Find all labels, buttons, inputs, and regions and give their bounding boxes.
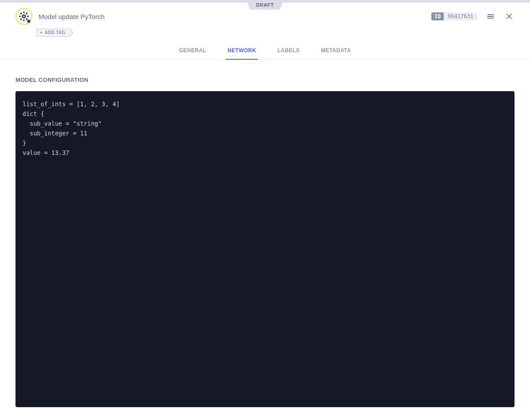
svg-rect-5 — [27, 16, 29, 17]
svg-rect-3 — [23, 19, 25, 21]
id-value: 9b417631 — [444, 12, 477, 20]
menu-icon[interactable] — [485, 11, 496, 22]
tab-general[interactable]: GENERAL — [177, 43, 208, 60]
section-title: MODEL CONFIGURATION — [15, 77, 515, 83]
svg-rect-9 — [26, 18, 28, 20]
svg-rect-4 — [19, 16, 21, 17]
id-label: ID — [431, 12, 444, 20]
svg-point-11 — [27, 20, 31, 23]
svg-rect-2 — [23, 12, 25, 13]
plus-icon: + — [39, 31, 43, 35]
code-editor[interactable]: list_of_ints = [1, 2, 3, 4] dict { sub_v… — [15, 91, 515, 407]
close-icon[interactable] — [504, 11, 515, 22]
status-badge-text: DRAFT — [256, 2, 274, 8]
tab-network[interactable]: NETWORK — [226, 43, 258, 60]
svg-rect-6 — [26, 12, 28, 15]
tag-row: + ADD TAG — [0, 25, 530, 37]
tabs: GENERAL NETWORK LABELS METADATA — [0, 43, 530, 60]
svg-rect-7 — [20, 18, 22, 20]
add-tag-button[interactable]: + ADD TAG — [36, 29, 70, 37]
tab-labels[interactable]: LABELS — [276, 43, 301, 60]
page-title: Model update PyTorch — [38, 13, 104, 20]
add-tag-label: ADD TAG — [45, 31, 65, 35]
header-right: ID 9b417631 — [431, 11, 515, 22]
id-chip[interactable]: ID 9b417631 — [431, 12, 477, 20]
model-icon — [15, 8, 32, 25]
svg-point-10 — [23, 15, 25, 17]
header-left: Model update PyTorch — [15, 8, 104, 25]
content: MODEL CONFIGURATION list_of_ints = [1, 2… — [0, 60, 530, 418]
status-badge: DRAFT — [246, 0, 284, 10]
svg-rect-8 — [20, 12, 22, 15]
tab-metadata[interactable]: METADATA — [319, 43, 353, 60]
